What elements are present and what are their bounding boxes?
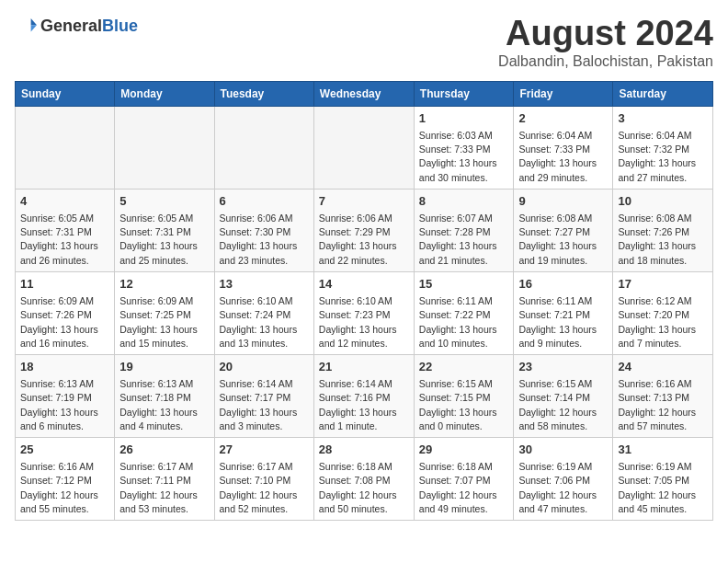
calendar-week-row: 18Sunrise: 6:13 AMSunset: 7:19 PMDayligh…	[16, 354, 713, 437]
day-info: Sunrise: 6:05 AMSunset: 7:31 PMDaylight:…	[20, 212, 109, 268]
location-subtitle: Dalbandin, Balochistan, Pakistan	[498, 53, 713, 70]
calendar-cell: 17Sunrise: 6:12 AMSunset: 7:20 PMDayligh…	[613, 271, 713, 354]
day-number: 14	[319, 276, 409, 293]
calendar-cell: 25Sunrise: 6:16 AMSunset: 7:12 PMDayligh…	[16, 438, 115, 521]
day-info: Sunrise: 6:17 AMSunset: 7:11 PMDaylight:…	[119, 460, 209, 516]
calendar-cell: 4Sunrise: 6:05 AMSunset: 7:31 PMDaylight…	[16, 189, 115, 271]
weekday-header-tuesday: Tuesday	[214, 81, 313, 106]
calendar-cell: 28Sunrise: 6:18 AMSunset: 7:08 PMDayligh…	[313, 438, 414, 521]
day-info: Sunrise: 6:03 AMSunset: 7:33 PMDaylight:…	[419, 129, 509, 185]
day-number: 11	[20, 276, 109, 293]
day-info: Sunrise: 6:10 AMSunset: 7:23 PMDaylight:…	[319, 294, 409, 350]
calendar-cell: 22Sunrise: 6:15 AMSunset: 7:15 PMDayligh…	[414, 354, 514, 437]
calendar-cell: 1Sunrise: 6:03 AMSunset: 7:33 PMDaylight…	[414, 106, 514, 189]
weekday-header-saturday: Saturday	[613, 81, 713, 106]
day-number: 19	[119, 359, 209, 375]
calendar-cell	[16, 106, 115, 189]
day-number: 18	[20, 359, 109, 375]
calendar-cell: 14Sunrise: 6:10 AMSunset: 7:23 PMDayligh…	[313, 271, 414, 354]
calendar-cell: 16Sunrise: 6:11 AMSunset: 7:21 PMDayligh…	[514, 271, 613, 354]
day-number: 16	[518, 276, 608, 293]
calendar-cell: 19Sunrise: 6:13 AMSunset: 7:18 PMDayligh…	[115, 354, 214, 437]
calendar-cell: 31Sunrise: 6:19 AMSunset: 7:05 PMDayligh…	[613, 438, 713, 521]
day-info: Sunrise: 6:07 AMSunset: 7:28 PMDaylight:…	[419, 212, 509, 268]
day-number: 20	[220, 359, 309, 375]
day-info: Sunrise: 6:04 AMSunset: 7:32 PMDaylight:…	[618, 129, 708, 185]
day-number: 6	[220, 193, 309, 210]
day-number: 15	[419, 276, 509, 293]
page-header: GeneralBlue August 2024 Dalbandin, Baloc…	[15, 15, 713, 70]
day-number: 12	[119, 276, 209, 293]
day-number: 21	[319, 359, 409, 375]
day-info: Sunrise: 6:14 AMSunset: 7:17 PMDaylight:…	[220, 377, 309, 433]
calendar-cell: 24Sunrise: 6:16 AMSunset: 7:13 PMDayligh…	[613, 354, 713, 437]
day-number: 30	[518, 442, 608, 458]
day-number: 5	[119, 193, 209, 210]
calendar-cell: 3Sunrise: 6:04 AMSunset: 7:32 PMDaylight…	[613, 106, 713, 189]
day-number: 28	[319, 442, 409, 458]
calendar-cell: 10Sunrise: 6:08 AMSunset: 7:26 PMDayligh…	[613, 189, 713, 271]
day-info: Sunrise: 6:14 AMSunset: 7:16 PMDaylight:…	[319, 377, 409, 433]
day-info: Sunrise: 6:17 AMSunset: 7:10 PMDaylight:…	[220, 460, 309, 516]
calendar-week-row: 1Sunrise: 6:03 AMSunset: 7:33 PMDaylight…	[16, 106, 713, 189]
day-number: 26	[119, 442, 209, 458]
day-info: Sunrise: 6:19 AMSunset: 7:05 PMDaylight:…	[618, 460, 708, 516]
day-number: 2	[518, 110, 608, 127]
day-info: Sunrise: 6:08 AMSunset: 7:27 PMDaylight:…	[518, 212, 608, 268]
calendar-week-row: 25Sunrise: 6:16 AMSunset: 7:12 PMDayligh…	[16, 438, 713, 521]
day-number: 23	[518, 359, 608, 375]
day-number: 9	[518, 193, 608, 210]
day-info: Sunrise: 6:04 AMSunset: 7:33 PMDaylight:…	[518, 129, 608, 185]
weekday-header-row: SundayMondayTuesdayWednesdayThursdayFrid…	[16, 81, 713, 106]
calendar-cell: 26Sunrise: 6:17 AMSunset: 7:11 PMDayligh…	[115, 438, 214, 521]
day-info: Sunrise: 6:11 AMSunset: 7:22 PMDaylight:…	[419, 294, 509, 350]
day-number: 22	[419, 359, 509, 375]
calendar-week-row: 11Sunrise: 6:09 AMSunset: 7:26 PMDayligh…	[16, 271, 713, 354]
calendar-cell: 7Sunrise: 6:06 AMSunset: 7:29 PMDaylight…	[313, 189, 414, 271]
day-number: 7	[319, 193, 409, 210]
day-number: 25	[20, 442, 109, 458]
title-block: August 2024 Dalbandin, Balochistan, Paki…	[498, 15, 713, 70]
calendar-cell: 9Sunrise: 6:08 AMSunset: 7:27 PMDaylight…	[514, 189, 613, 271]
logo: GeneralBlue	[15, 15, 138, 37]
day-info: Sunrise: 6:13 AMSunset: 7:19 PMDaylight:…	[20, 377, 109, 433]
weekday-header-wednesday: Wednesday	[313, 81, 414, 106]
day-info: Sunrise: 6:06 AMSunset: 7:29 PMDaylight:…	[319, 212, 409, 268]
svg-marker-0	[31, 18, 37, 25]
day-number: 4	[20, 193, 109, 210]
calendar-cell: 27Sunrise: 6:17 AMSunset: 7:10 PMDayligh…	[214, 438, 313, 521]
calendar-cell: 2Sunrise: 6:04 AMSunset: 7:33 PMDaylight…	[514, 106, 613, 189]
calendar-cell: 6Sunrise: 6:06 AMSunset: 7:30 PMDaylight…	[214, 189, 313, 271]
calendar-cell: 18Sunrise: 6:13 AMSunset: 7:19 PMDayligh…	[16, 354, 115, 437]
calendar-cell: 29Sunrise: 6:18 AMSunset: 7:07 PMDayligh…	[414, 438, 514, 521]
day-number: 13	[220, 276, 309, 293]
weekday-header-friday: Friday	[514, 81, 613, 106]
day-number: 29	[419, 442, 509, 458]
day-number: 31	[618, 442, 708, 458]
logo-text: GeneralBlue	[40, 17, 138, 36]
day-number: 27	[220, 442, 309, 458]
day-number: 8	[419, 193, 509, 210]
calendar-cell	[214, 106, 313, 189]
day-info: Sunrise: 6:06 AMSunset: 7:30 PMDaylight:…	[220, 212, 309, 268]
calendar-cell: 11Sunrise: 6:09 AMSunset: 7:26 PMDayligh…	[16, 271, 115, 354]
day-info: Sunrise: 6:16 AMSunset: 7:13 PMDaylight:…	[618, 377, 708, 433]
day-info: Sunrise: 6:18 AMSunset: 7:07 PMDaylight:…	[419, 460, 509, 516]
day-number: 1	[419, 110, 509, 127]
calendar-cell: 13Sunrise: 6:10 AMSunset: 7:24 PMDayligh…	[214, 271, 313, 354]
day-number: 3	[618, 110, 708, 127]
calendar-table: SundayMondayTuesdayWednesdayThursdayFrid…	[15, 81, 713, 521]
day-info: Sunrise: 6:05 AMSunset: 7:31 PMDaylight:…	[119, 212, 209, 268]
calendar-cell: 12Sunrise: 6:09 AMSunset: 7:25 PMDayligh…	[115, 271, 214, 354]
calendar-week-row: 4Sunrise: 6:05 AMSunset: 7:31 PMDaylight…	[16, 189, 713, 271]
day-info: Sunrise: 6:13 AMSunset: 7:18 PMDaylight:…	[119, 377, 209, 433]
weekday-header-monday: Monday	[115, 81, 214, 106]
day-info: Sunrise: 6:12 AMSunset: 7:20 PMDaylight:…	[618, 294, 708, 350]
logo-general: General	[40, 17, 102, 35]
day-info: Sunrise: 6:10 AMSunset: 7:24 PMDaylight:…	[220, 294, 309, 350]
day-info: Sunrise: 6:15 AMSunset: 7:14 PMDaylight:…	[518, 377, 608, 433]
calendar-cell: 15Sunrise: 6:11 AMSunset: 7:22 PMDayligh…	[414, 271, 514, 354]
calendar-cell	[313, 106, 414, 189]
calendar-cell: 30Sunrise: 6:19 AMSunset: 7:06 PMDayligh…	[514, 438, 613, 521]
day-info: Sunrise: 6:08 AMSunset: 7:26 PMDaylight:…	[618, 212, 708, 268]
